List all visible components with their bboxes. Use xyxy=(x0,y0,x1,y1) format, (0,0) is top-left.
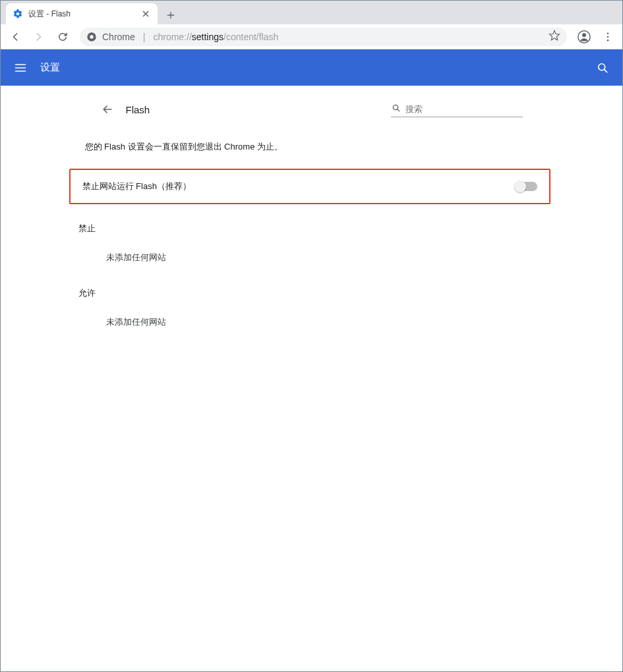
block-section-title: 禁止 xyxy=(78,204,536,246)
chrome-icon xyxy=(86,32,97,42)
close-tab-button[interactable] xyxy=(140,9,151,19)
reload-button[interactable] xyxy=(52,26,73,47)
browser-tab[interactable]: 设置 - Flash xyxy=(6,3,158,24)
allow-empty-text: 未添加任何网站 xyxy=(88,311,536,333)
header-search-icon[interactable] xyxy=(595,60,610,76)
url-text: chrome://settings/content/flash xyxy=(153,32,278,42)
profile-icon[interactable] xyxy=(574,26,595,47)
address-bar[interactable]: Chrome | chrome://settings/content/flash xyxy=(80,28,567,46)
svg-point-7 xyxy=(607,36,609,38)
flash-description: 您的 Flash 设置会一直保留到您退出 Chrome 为止。 xyxy=(78,129,536,169)
panel-search-field[interactable] xyxy=(391,101,523,117)
back-button[interactable] xyxy=(5,26,26,47)
hamburger-menu-icon[interactable] xyxy=(13,60,28,76)
search-icon xyxy=(391,103,401,115)
browser-window: 设置 - Flash Chrome | chrome://settings/c xyxy=(0,0,623,672)
svg-point-9 xyxy=(599,63,605,70)
block-empty-text: 未添加任何网站 xyxy=(88,246,536,269)
browser-toolbar: Chrome | chrome://settings/content/flash xyxy=(1,24,622,49)
settings-title: 设置 xyxy=(40,61,60,74)
url-origin: Chrome xyxy=(102,32,135,42)
block-flash-toggle-row[interactable]: 禁止网站运行 Flash（推荐） xyxy=(69,169,550,204)
panel-title: Flash xyxy=(126,104,150,115)
settings-header: 设置 xyxy=(1,49,622,86)
new-tab-button[interactable] xyxy=(162,6,180,24)
tab-title: 设置 - Flash xyxy=(28,9,135,20)
svg-point-8 xyxy=(607,39,609,41)
bookmark-star-icon[interactable] xyxy=(549,30,560,43)
toggle-label: 禁止网站运行 Flash（推荐） xyxy=(82,181,191,192)
panel-back-button[interactable] xyxy=(101,103,114,116)
allow-section-title: 允许 xyxy=(78,269,536,311)
forward-button[interactable] xyxy=(28,26,49,47)
panel-search-input[interactable] xyxy=(405,104,523,114)
content-area: Flash 您的 Flash 设置会一直保留到您退出 Chrome 为止。 禁止… xyxy=(1,86,622,671)
svg-point-6 xyxy=(607,32,609,34)
tab-strip: 设置 - Flash xyxy=(1,1,622,24)
url-separator: | xyxy=(140,32,148,42)
toggle-knob xyxy=(514,181,526,192)
menu-dots-icon[interactable] xyxy=(597,26,618,47)
settings-panel: Flash 您的 Flash 设置会一直保留到您退出 Chrome 为止。 禁止… xyxy=(88,86,536,671)
toggle-switch[interactable] xyxy=(515,182,537,191)
panel-header: Flash xyxy=(88,101,536,129)
svg-point-3 xyxy=(90,35,93,38)
svg-point-5 xyxy=(582,33,586,37)
gear-icon xyxy=(13,9,23,19)
